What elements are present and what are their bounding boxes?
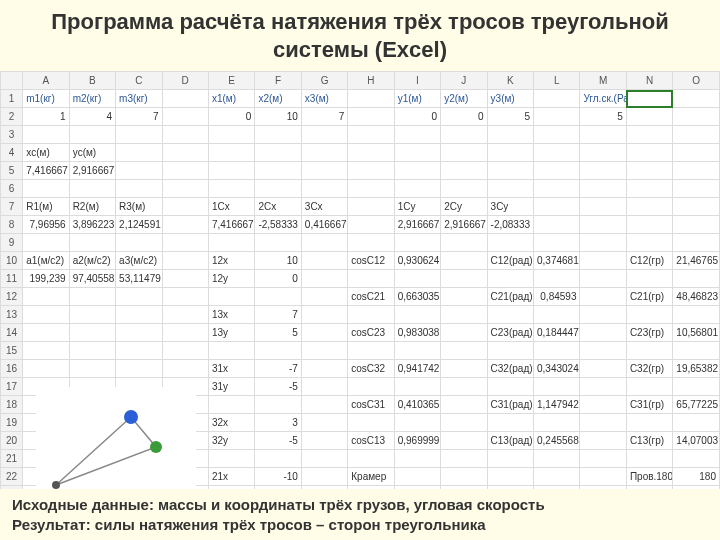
cell-K5[interactable]: [487, 162, 533, 180]
cell-B7[interactable]: R2(м): [69, 198, 115, 216]
cell-C13[interactable]: [116, 306, 162, 324]
cell-N5[interactable]: [626, 162, 672, 180]
col-header-O[interactable]: O: [673, 72, 720, 90]
cell-G2[interactable]: 7: [301, 108, 347, 126]
cell-O2[interactable]: [673, 108, 720, 126]
row-header-7[interactable]: 7: [1, 198, 23, 216]
cell-B12[interactable]: [69, 288, 115, 306]
cell-A9[interactable]: [23, 234, 69, 252]
cell-K14[interactable]: C23(рад): [487, 324, 533, 342]
cell-A3[interactable]: [23, 126, 69, 144]
cell-I10[interactable]: 0,930624: [394, 252, 440, 270]
cell-I8[interactable]: 2,916667: [394, 216, 440, 234]
cell-J11[interactable]: [441, 270, 487, 288]
cell-G17[interactable]: [301, 378, 347, 396]
cell-N13[interactable]: [626, 306, 672, 324]
cell-E6[interactable]: [208, 180, 254, 198]
cell-H6[interactable]: [348, 180, 394, 198]
cell-D14[interactable]: [162, 324, 208, 342]
cell-M9[interactable]: [580, 234, 626, 252]
cell-K4[interactable]: [487, 144, 533, 162]
cell-H18[interactable]: cosC31: [348, 396, 394, 414]
cell-L18[interactable]: 1,147942: [534, 396, 580, 414]
cell-I2[interactable]: 0: [394, 108, 440, 126]
cell-J10[interactable]: [441, 252, 487, 270]
col-header-J[interactable]: J: [441, 72, 487, 90]
row-header-3[interactable]: 3: [1, 126, 23, 144]
cell-N16[interactable]: C32(гр): [626, 360, 672, 378]
cell-G6[interactable]: [301, 180, 347, 198]
col-header-K[interactable]: K: [487, 72, 533, 90]
cell-L5[interactable]: [534, 162, 580, 180]
cell-L12[interactable]: 0,84593: [534, 288, 580, 306]
cell-G16[interactable]: [301, 360, 347, 378]
cell-G18[interactable]: [301, 396, 347, 414]
cell-J17[interactable]: [441, 378, 487, 396]
cell-F22[interactable]: -10: [255, 468, 301, 486]
cell-J7[interactable]: 2Cy: [441, 198, 487, 216]
cell-K15[interactable]: [487, 342, 533, 360]
cell-M4[interactable]: [580, 144, 626, 162]
col-header-H[interactable]: H: [348, 72, 394, 90]
cell-F19[interactable]: 3: [255, 414, 301, 432]
col-header-D[interactable]: D: [162, 72, 208, 90]
cell-H7[interactable]: [348, 198, 394, 216]
cell-A5[interactable]: 7,416667: [23, 162, 69, 180]
cell-E5[interactable]: [208, 162, 254, 180]
row-header-17[interactable]: 17: [1, 378, 23, 396]
cell-N4[interactable]: [626, 144, 672, 162]
row-header-9[interactable]: 9: [1, 234, 23, 252]
cell-D2[interactable]: [162, 108, 208, 126]
cell-C6[interactable]: [116, 180, 162, 198]
cell-O17[interactable]: [673, 378, 720, 396]
cell-K2[interactable]: 5: [487, 108, 533, 126]
cell-C16[interactable]: [116, 360, 162, 378]
cell-E21[interactable]: [208, 450, 254, 468]
row-header-4[interactable]: 4: [1, 144, 23, 162]
cell-E4[interactable]: [208, 144, 254, 162]
cell-G12[interactable]: [301, 288, 347, 306]
cell-D7[interactable]: [162, 198, 208, 216]
cell-D1[interactable]: [162, 90, 208, 108]
cell-M11[interactable]: [580, 270, 626, 288]
cell-K6[interactable]: [487, 180, 533, 198]
cell-J16[interactable]: [441, 360, 487, 378]
cell-C15[interactable]: [116, 342, 162, 360]
cell-M13[interactable]: [580, 306, 626, 324]
cell-H16[interactable]: cosC32: [348, 360, 394, 378]
cell-K13[interactable]: [487, 306, 533, 324]
cell-D16[interactable]: [162, 360, 208, 378]
cell-G1[interactable]: x3(м): [301, 90, 347, 108]
cell-O12[interactable]: 48,46823: [673, 288, 720, 306]
cell-G15[interactable]: [301, 342, 347, 360]
cell-L9[interactable]: [534, 234, 580, 252]
col-header-N[interactable]: N: [626, 72, 672, 90]
cell-O15[interactable]: [673, 342, 720, 360]
cell-D8[interactable]: [162, 216, 208, 234]
cell-A15[interactable]: [23, 342, 69, 360]
cell-O18[interactable]: 65,77225: [673, 396, 720, 414]
cell-I15[interactable]: [394, 342, 440, 360]
cell-K8[interactable]: -2,08333: [487, 216, 533, 234]
cell-A16[interactable]: [23, 360, 69, 378]
cell-I16[interactable]: 0,941742: [394, 360, 440, 378]
row-header-10[interactable]: 10: [1, 252, 23, 270]
cell-K12[interactable]: C21(рад): [487, 288, 533, 306]
cell-E15[interactable]: [208, 342, 254, 360]
cell-O13[interactable]: [673, 306, 720, 324]
cell-E11[interactable]: 12y: [208, 270, 254, 288]
cell-E13[interactable]: 13x: [208, 306, 254, 324]
cell-D4[interactable]: [162, 144, 208, 162]
cell-H1[interactable]: [348, 90, 394, 108]
cell-C1[interactable]: m3(кг): [116, 90, 162, 108]
cell-M19[interactable]: [580, 414, 626, 432]
cell-E16[interactable]: 31x: [208, 360, 254, 378]
cell-F2[interactable]: 10: [255, 108, 301, 126]
cell-M22[interactable]: [580, 468, 626, 486]
row-header-21[interactable]: 21: [1, 450, 23, 468]
cell-D13[interactable]: [162, 306, 208, 324]
cell-L21[interactable]: [534, 450, 580, 468]
cell-C12[interactable]: [116, 288, 162, 306]
cell-F12[interactable]: [255, 288, 301, 306]
col-header-F[interactable]: F: [255, 72, 301, 90]
